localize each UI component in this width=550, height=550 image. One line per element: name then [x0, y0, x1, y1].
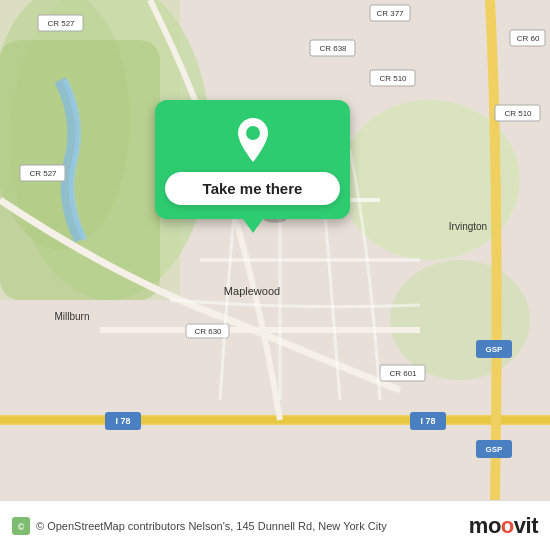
map-background: I 78 I 78 GSP GSP CR 630 CR 601 CR 510 C…: [0, 0, 550, 500]
svg-text:CR 601: CR 601: [389, 369, 417, 378]
svg-text:CR 510: CR 510: [379, 74, 407, 83]
openstreetmap-logo: ©: [12, 517, 30, 535]
svg-text:Maplewood: Maplewood: [224, 285, 280, 297]
svg-text:CR 630: CR 630: [194, 327, 222, 336]
location-pin-icon: [234, 118, 272, 162]
svg-text:CR 527: CR 527: [47, 19, 75, 28]
moovit-dot: o: [501, 513, 514, 538]
svg-text:GSP: GSP: [486, 345, 504, 354]
svg-text:GSP: GSP: [486, 445, 504, 454]
moovit-brand-text: moovit: [469, 513, 538, 539]
svg-text:CR 638: CR 638: [319, 44, 347, 53]
svg-text:Irvington: Irvington: [449, 221, 487, 232]
svg-text:CR 377: CR 377: [376, 9, 404, 18]
svg-text:CR 527: CR 527: [29, 169, 57, 178]
svg-text:CR 510: CR 510: [504, 109, 532, 118]
take-me-there-button[interactable]: Take me there: [165, 172, 340, 205]
svg-text:CR 60: CR 60: [517, 34, 540, 43]
svg-text:Millburn: Millburn: [54, 311, 89, 322]
attribution-address-text: © OpenStreetMap contributors Nelson's, 1…: [36, 520, 459, 532]
bottom-bar: © © OpenStreetMap contributors Nelson's,…: [0, 500, 550, 550]
moovit-logo: moovit: [469, 513, 538, 539]
svg-text:©: ©: [18, 522, 25, 532]
svg-text:I 78: I 78: [420, 416, 435, 426]
svg-point-6: [390, 260, 530, 380]
svg-text:I 78: I 78: [115, 416, 130, 426]
map-container: I 78 I 78 GSP GSP CR 630 CR 601 CR 510 C…: [0, 0, 550, 500]
location-popup: Take me there: [155, 100, 350, 219]
svg-point-40: [246, 126, 260, 140]
